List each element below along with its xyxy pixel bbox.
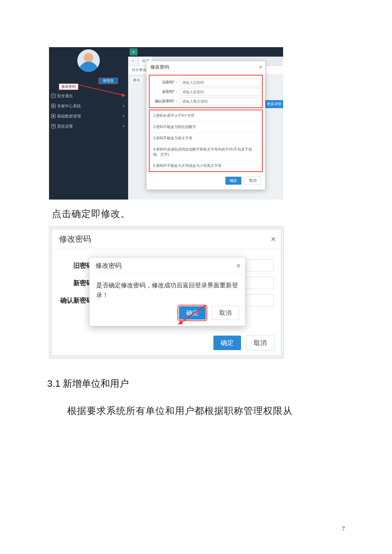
change-password-button[interactable]: 修改密码 <box>59 83 78 90</box>
password-form: 旧密码*： 新密码*： 确认新密码*： <box>149 75 263 108</box>
password-rule: 2.密码不能全为阿拉伯数字 <box>150 122 262 133</box>
chevron-right-icon <box>123 125 124 128</box>
caption-text: 点击确定即修改。 <box>52 208 130 220</box>
section-heading: 3.1 新增单位和用户 <box>47 377 129 390</box>
password-rule: 5.密码中不能全为大写或全为小写英文字母 <box>150 160 262 171</box>
new-password-row: 新密码*： <box>151 88 261 96</box>
sidebar-item-label: 系统设置 <box>57 124 73 128</box>
page-number: 7 <box>342 526 345 532</box>
confirm-password-row: 确认新密码*： <box>151 97 261 105</box>
sidebar-item-system-settings[interactable]: ⚙ 系统设置 <box>49 121 128 131</box>
sidebar-items: ⍈ 安全退出 ◐ 专家中心系统 ◆ 基础数据管理 ⚙ 系统设置 <box>49 91 128 131</box>
sidebar-item-label: 安全退出 <box>57 94 73 98</box>
new-password-input[interactable] <box>180 88 261 96</box>
confirm-message: 是否确定修改密码，修改成功后返回登录界面重新登录！ <box>90 274 245 302</box>
new-password-label: 新密码*： <box>151 89 180 94</box>
confirm-password-input[interactable] <box>180 97 261 105</box>
old-password-input[interactable] <box>180 78 261 86</box>
password-rule: 1.密码长度不小于8个字符 <box>150 110 262 122</box>
hamburger-icon[interactable]: ≡ <box>130 48 138 56</box>
screenshot-change-password: 管理员 修改密码 ⍈ 安全退出 ◐ 专家中心系统 ◆ 基础数据管理 <box>49 47 283 200</box>
confirm-dialog: 修改密码 × 是否确定修改密码，修改成功后返回登录界面重新登录！ 确定 取消 <box>89 257 245 326</box>
sidebar-item-expert-center[interactable]: ◐ 专家中心系统 <box>49 101 128 111</box>
more-detail-button[interactable]: 更多详情 <box>265 100 283 108</box>
sidebar-item-logout[interactable]: ⍈ 安全退出 <box>49 91 128 101</box>
chevron-right-icon <box>123 115 124 118</box>
document-page: 管理员 修改密码 ⍈ 安全退出 ◐ 专家中心系统 ◆ 基础数据管理 <box>0 0 392 554</box>
table-seq-label: 序号 <box>130 77 143 85</box>
dialog-title: 修改密码 <box>95 262 122 269</box>
body-paragraph: 根据要求系统所有单位和用户都根据职称管理权限从 <box>67 405 344 417</box>
screenshot-confirm-dialog: 修改密码 × 旧密码* 新密码* 确认新密码* 确定 取消 <box>49 226 284 358</box>
close-icon[interactable]: × <box>259 61 262 73</box>
chevron-right-icon <box>123 104 124 107</box>
ok-button[interactable]: 确定 <box>225 177 241 185</box>
old-password-row: 旧密码*： <box>151 78 261 86</box>
dialog-title: 修改密码 <box>59 234 91 243</box>
sidebar-item-label: 专家中心系统 <box>57 104 81 108</box>
avatar[interactable] <box>77 49 100 72</box>
dialog-footer: 确定 取消 <box>213 335 274 350</box>
dialog-footer: 确定 取消 <box>147 173 265 189</box>
dialog-title: 修改密码 <box>150 64 169 70</box>
dialog-header: 修改密码 × <box>90 258 245 274</box>
cancel-button[interactable]: 取消 <box>246 335 274 350</box>
topbar: ≡ <box>128 47 283 57</box>
cancel-button[interactable]: 取消 <box>245 176 261 185</box>
globe-icon: ◐ <box>51 104 56 108</box>
dialog-header: 修改密码 × <box>52 229 281 249</box>
dialog-header: 修改密码 × <box>147 61 265 73</box>
tabbar-back-icon[interactable]: « <box>128 57 138 65</box>
content-area: « 首页 待办事项 待办业务 序号 更多详情 修改密码 × 旧密码*： <box>128 57 283 200</box>
password-rule: 3.密码不能全为英文字母 <box>150 133 262 144</box>
close-icon[interactable]: × <box>271 229 276 249</box>
password-rule: 4.密码中必须包含阿拉伯数字和英文字母外的字符(不包含下划线、汉字) <box>150 144 262 160</box>
ok-button[interactable]: 确定 <box>213 336 241 350</box>
dialog-footer: 确定 取消 <box>90 302 245 326</box>
avatar-area: 管理员 <box>49 49 128 82</box>
gear-icon: ⚙ <box>51 124 56 128</box>
change-password-dialog: 修改密码 × 旧密码*： 新密码*： 确认新密码*： <box>146 61 265 190</box>
chevron-right-icon <box>123 94 124 97</box>
password-rules: 1.密码长度不小于8个字符 2.密码不能全为阿拉伯数字 3.密码不能全为英文字母… <box>149 110 263 172</box>
cancel-button[interactable]: 取消 <box>212 306 239 320</box>
sidebar-item-basic-data[interactable]: ◆ 基础数据管理 <box>49 111 128 121</box>
sidebar-item-label: 基础数据管理 <box>57 114 81 118</box>
db-icon: ◆ <box>51 114 56 118</box>
logout-icon: ⍈ <box>51 94 56 98</box>
old-password-label: 旧密码*： <box>151 80 180 85</box>
close-icon[interactable]: × <box>236 258 241 274</box>
confirm-password-label: 确认新密码*： <box>151 99 180 104</box>
avatar-role-label: 管理员 <box>98 78 118 84</box>
sidebar: 管理员 修改密码 ⍈ 安全退出 ◐ 专家中心系统 ◆ 基础数据管理 <box>49 47 128 200</box>
